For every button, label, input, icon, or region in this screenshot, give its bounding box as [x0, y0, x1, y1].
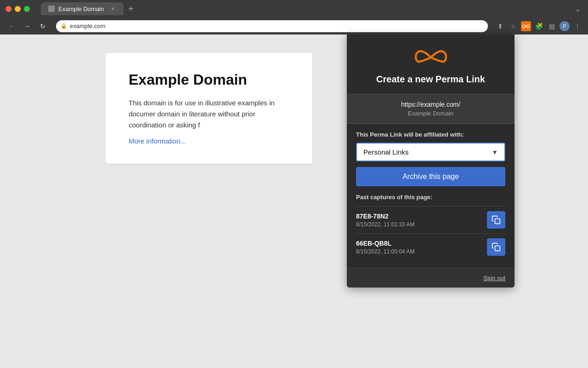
perma-url-section: https://example.com/ Example Domain	[347, 94, 514, 124]
address-text: example.com	[70, 23, 105, 29]
perma-panel-title: Create a new Perma Link	[376, 74, 485, 85]
example-domain-card: Example Domain This domain is for use in…	[106, 53, 312, 164]
menu-icon[interactable]: ⋮	[572, 21, 582, 31]
tab-favicon	[48, 6, 55, 12]
perma-captures-section: Past captures of this page: 87E8-78N2 8/…	[347, 194, 514, 268]
browser-tab-active[interactable]: Example Domain ✕	[41, 2, 124, 15]
page-body-text: This domain is for use in illustrative e…	[129, 98, 289, 131]
capture-date-2: 8/15/2022, 11:00:04 AM	[356, 248, 414, 255]
sign-out-link[interactable]: Sign out	[483, 275, 505, 282]
more-information-link[interactable]: More information...	[129, 137, 186, 145]
perma-page-title-display: Example Domain	[356, 110, 505, 117]
maximize-window-button[interactable]	[24, 6, 30, 12]
perma-form: This Perma Link will be affiliated with:…	[347, 124, 514, 194]
tab-title: Example Domain	[58, 6, 104, 12]
back-button[interactable]: ←	[6, 20, 17, 32]
captures-label: Past captures of this page:	[356, 194, 505, 201]
perma-logo	[414, 47, 447, 69]
page-title: Example Domain	[129, 71, 289, 88]
extensions-icon[interactable]: 🧩	[534, 21, 544, 31]
reload-button[interactable]: ↻	[37, 20, 49, 32]
browser-controls: ← → ↻ 🔒 example.com ⬆ ☆ 🧩 ▤ P ⋮	[0, 17, 588, 34]
toolbar-icons: ⬆ ☆ 🧩 ▤ P ⋮	[495, 21, 582, 31]
affiliate-label: This Perma Link will be affiliated with:	[356, 131, 505, 138]
sidebar-icon[interactable]: ▤	[547, 21, 557, 31]
perma-current-url: https://example.com/	[356, 101, 505, 108]
chevron-down-icon: ▼	[492, 149, 498, 156]
capture-info-2: 66EB-QB8L 8/15/2022, 11:00:04 AM	[356, 240, 414, 255]
permacc-extension-icon[interactable]	[521, 21, 531, 31]
perma-footer: Sign out	[347, 268, 514, 288]
back-icon: ←	[8, 23, 15, 30]
reload-icon: ↻	[40, 23, 45, 30]
profile-icon[interactable]: P	[560, 21, 570, 31]
new-tab-button[interactable]: +	[128, 4, 134, 14]
capture-id-2: 66EB-QB8L	[356, 240, 414, 247]
perma-header: Create a new Perma Link	[347, 34, 514, 94]
capture-copy-button-2[interactable]	[487, 238, 505, 256]
affiliate-dropdown[interactable]: Personal Links ▼	[356, 143, 505, 161]
share-icon[interactable]: ⬆	[495, 21, 505, 31]
capture-item-2: 66EB-QB8L 8/15/2022, 11:00:04 AM	[356, 233, 505, 260]
browser-chrome: Example Domain ✕ + ⌄ ← → ↻ 🔒 example.com…	[0, 0, 588, 34]
forward-button[interactable]: →	[21, 20, 33, 32]
browser-titlebar: Example Domain ✕ + ⌄	[0, 0, 588, 17]
traffic-lights	[6, 6, 30, 12]
copy-icon	[495, 219, 500, 224]
page-content: Example Domain This domain is for use in…	[0, 34, 588, 368]
tab-close-button[interactable]: ✕	[109, 5, 116, 12]
lock-icon: 🔒	[61, 23, 67, 29]
capture-date-1: 8/15/2022, 11:01:33 AM	[356, 221, 414, 228]
svg-rect-0	[495, 246, 500, 251]
archive-button[interactable]: Archive this page	[356, 167, 505, 186]
window-controls-icon[interactable]: ⌄	[572, 4, 582, 14]
perma-panel: Create a new Perma Link https://example.…	[347, 34, 514, 288]
close-window-button[interactable]	[6, 6, 11, 12]
minimize-window-button[interactable]	[15, 6, 21, 12]
tab-bar: Example Domain ✕ + ⌄	[41, 2, 582, 15]
capture-id-1: 87E8-78N2	[356, 213, 414, 220]
address-bar[interactable]: 🔒 example.com	[56, 20, 488, 32]
capture-info-1: 87E8-78N2 8/15/2022, 11:01:33 AM	[356, 213, 414, 228]
dropdown-selected-value: Personal Links	[363, 148, 408, 156]
bookmark-icon[interactable]: ☆	[508, 21, 518, 31]
capture-item-1: 87E8-78N2 8/15/2022, 11:01:33 AM	[356, 206, 505, 233]
forward-icon: →	[24, 23, 30, 30]
capture-copy-button-1[interactable]	[487, 211, 505, 229]
